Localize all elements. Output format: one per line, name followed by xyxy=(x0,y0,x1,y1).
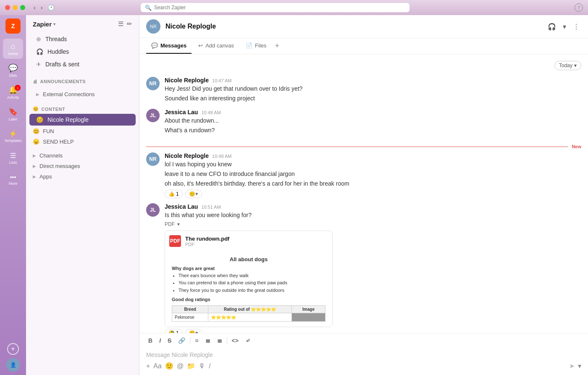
attach-file-button[interactable]: 📁 xyxy=(187,362,195,370)
bullet-list-button[interactable]: ≡ xyxy=(193,336,200,345)
sidebar-item-dms[interactable]: 💬 DMs xyxy=(3,60,23,81)
tab-files[interactable]: 📄 Files xyxy=(241,38,271,54)
add-tab-button[interactable]: + xyxy=(275,42,280,50)
strikethrough-button[interactable]: S xyxy=(165,336,173,345)
send-options-button[interactable]: ▾ xyxy=(578,362,581,370)
italic-button[interactable]: I xyxy=(157,336,163,345)
sidebar-item-lists[interactable]: ☰ Lists xyxy=(3,148,23,168)
chat-avatar: NR xyxy=(146,19,160,34)
code-button[interactable]: <> xyxy=(230,336,241,345)
help-button[interactable]: ? xyxy=(575,3,583,12)
minimize-button[interactable] xyxy=(13,5,18,10)
msg-header-1: Nicole Replogle 10:47 AM xyxy=(165,77,581,84)
headphones-button[interactable]: 🎧 xyxy=(546,21,558,32)
add-button[interactable]: + xyxy=(146,362,150,370)
zapier-logo[interactable]: Z xyxy=(5,18,21,34)
voice-button[interactable]: 🎙 xyxy=(199,362,205,370)
left-panel: Zapier ▾ ☰ ✏ ⊕ Threads 🎧 Huddles ✈ Draft… xyxy=(26,15,139,375)
today-badge[interactable]: Today ▾ xyxy=(554,61,581,70)
bold-button[interactable]: B xyxy=(146,336,155,345)
link-button[interactable]: 🔗 xyxy=(176,336,187,345)
add-reaction-button-4[interactable]: 🙂+ xyxy=(185,329,202,333)
format-text-button[interactable]: Aa xyxy=(153,362,162,370)
huddles-nav[interactable]: 🎧 Huddles xyxy=(29,46,136,58)
msg-text-2: About the rundown... What's a rundown? xyxy=(165,116,581,135)
templates-icon: ⚡ xyxy=(9,130,17,138)
chevron-down-button[interactable]: ▾ xyxy=(561,21,568,32)
compose-button[interactable]: ✏ xyxy=(127,20,132,28)
close-button[interactable] xyxy=(5,5,10,10)
drafts-nav[interactable]: ✈ Drafts & sent xyxy=(29,58,136,70)
mention-button[interactable]: @ xyxy=(177,362,184,370)
content-label: CONTENT xyxy=(42,107,66,112)
message-group-1: NR Nicole Replogle 10:47 AM Hey Jess! Di… xyxy=(146,77,581,104)
sidebar-item-templates[interactable]: ⚡ Templates xyxy=(3,126,23,146)
content-section: 😊 CONTENT xyxy=(26,103,139,113)
reaction-bar-4: 🤣 1 🙂+ xyxy=(165,329,581,333)
add-workspace-button[interactable]: + xyxy=(7,343,19,355)
direct-messages-section[interactable]: ▶ Direct messages xyxy=(26,161,139,171)
apps-section[interactable]: ▶ Apps xyxy=(26,171,139,182)
fun-icon: 😊 xyxy=(33,128,39,134)
sidebar-item-more[interactable]: ••• More xyxy=(3,170,23,190)
send-button[interactable]: ➤ xyxy=(569,362,575,370)
files-tab-icon: 📄 xyxy=(246,42,252,49)
maximize-button[interactable] xyxy=(20,5,25,10)
reaction-thumbsup[interactable]: 👍 1 xyxy=(165,190,183,198)
nicole-label: Nicole Replogle xyxy=(47,116,89,123)
sidebar-item-home[interactable]: ⌂ Home xyxy=(3,39,23,59)
lists-label: Lists xyxy=(9,160,17,165)
emoji-button[interactable]: 🙂 xyxy=(165,362,173,370)
pdf-attachment: PDF The rundown.pdf PDF All about dogs W… xyxy=(165,231,333,327)
huddles-icon: 🎧 xyxy=(36,48,43,55)
threads-nav[interactable]: ⊕ Threads xyxy=(29,33,136,45)
announcements-label: ANNOUNCEMENTS xyxy=(40,79,86,84)
threads-icon: ⊕ xyxy=(36,36,41,42)
filter-button[interactable]: ☰ xyxy=(118,20,123,28)
pdf-chevron: ▾ xyxy=(177,221,180,227)
sidebar-item-later[interactable]: 🔖 Later xyxy=(3,104,23,124)
more-options-button[interactable]: ⋮ xyxy=(571,21,581,32)
workspace-name[interactable]: Zapier ▾ xyxy=(33,21,55,28)
reaction-laugh[interactable]: 🤣 1 xyxy=(165,329,183,333)
msg-header-2: Jessica Lau 10:48 AM xyxy=(165,109,581,115)
chat-title: Nicole Replogle xyxy=(165,23,216,30)
msg-avatar-jl-2: JL xyxy=(146,203,160,217)
forward-button[interactable]: › xyxy=(39,3,45,12)
home-label: Home xyxy=(8,52,18,56)
slash-button[interactable]: / xyxy=(209,362,210,370)
back-button[interactable]: ‹ xyxy=(32,3,37,12)
msg-author-1: Nicole Replogle xyxy=(165,77,209,84)
user-avatar[interactable]: 👤 xyxy=(6,358,20,372)
msg-header-4: Jessica Lau 10:51 AM xyxy=(165,203,581,210)
dms-icon: 💬 xyxy=(8,63,18,73)
workspace-chevron: ▾ xyxy=(53,22,55,26)
more-icon: ••• xyxy=(10,174,16,181)
drafts-icon: ✈ xyxy=(36,61,41,68)
add-reaction-button[interactable]: 🙂+ xyxy=(185,190,202,198)
message-input[interactable] xyxy=(146,351,581,358)
channels-section[interactable]: ▶ Channels xyxy=(26,150,139,161)
sidebar-item-activity[interactable]: 🔔 Activity 1 xyxy=(3,82,23,102)
announcements-section: 🖨 ANNOUNCEMENTS xyxy=(26,76,139,86)
nicole-replogle-nav[interactable]: 😊 Nicole Replogle xyxy=(29,114,136,126)
reaction-count-4: 1 xyxy=(176,330,179,333)
messages-tab-label: Messages xyxy=(160,42,186,49)
app-body: Z ⌂ Home 💬 DMs 🔔 Activity 1 🔖 Later ⚡ Te… xyxy=(0,15,588,375)
pdf-section2: Good dog ratings xyxy=(172,297,326,302)
history-button[interactable]: 🕐 xyxy=(46,3,56,12)
dm-expand-icon: ▶ xyxy=(33,164,36,168)
tab-messages[interactable]: 💬 Messages xyxy=(146,38,192,54)
fun-channel[interactable]: 😊 FUN xyxy=(26,126,139,136)
search-input[interactable] xyxy=(154,5,405,10)
send-help-channel[interactable]: 😠 SEND HELP xyxy=(26,136,139,147)
msg-content-3: Nicole Replogle 10:48 AM lol I was hopin… xyxy=(165,152,581,198)
code-block-button[interactable]: ⤶ xyxy=(243,336,252,345)
indent-button[interactable]: ≣ xyxy=(215,336,224,345)
panel-header: Zapier ▾ ☰ ✏ xyxy=(26,15,139,33)
msg-time-1: 10:47 AM xyxy=(212,78,231,83)
numbered-list-button[interactable]: ≣ xyxy=(203,336,213,345)
external-connections-item[interactable]: ▶ External Connections xyxy=(29,89,139,100)
tab-canvas[interactable]: ↩ Add canvas xyxy=(193,38,239,54)
nicole-avatar-icon: 😊 xyxy=(36,116,43,123)
